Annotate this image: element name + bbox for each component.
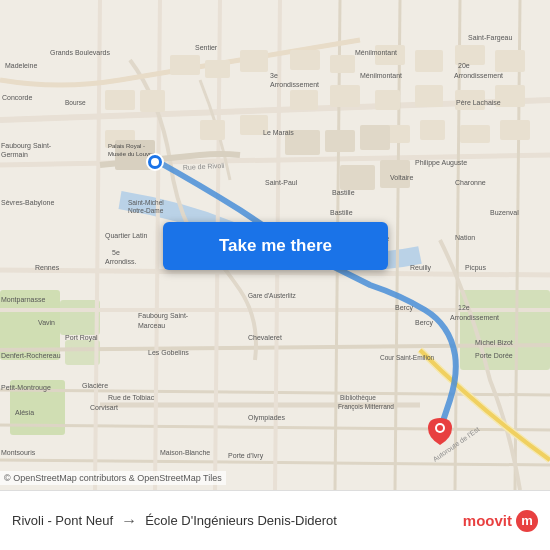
svg-text:Chevaleret: Chevaleret <box>248 334 282 341</box>
svg-text:5e: 5e <box>112 249 120 256</box>
svg-text:Alésia: Alésia <box>15 409 34 416</box>
svg-rect-32 <box>140 90 165 112</box>
svg-text:Quartier Latin: Quartier Latin <box>105 232 148 240</box>
from-station-label: Rivoli - Pont Neuf <box>12 513 113 528</box>
svg-rect-26 <box>330 55 355 73</box>
svg-rect-35 <box>375 90 400 110</box>
svg-text:Madeleine: Madeleine <box>5 62 37 69</box>
svg-text:Reuilly: Reuilly <box>410 264 432 272</box>
svg-rect-43 <box>420 120 445 140</box>
svg-rect-36 <box>415 85 443 107</box>
svg-text:Charonne: Charonne <box>455 179 486 186</box>
svg-text:Rennes: Rennes <box>35 264 60 271</box>
svg-text:Gare d'Austerlitz: Gare d'Austerlitz <box>248 292 297 299</box>
svg-rect-28 <box>415 50 443 72</box>
svg-text:Denfert-Rochereau: Denfert-Rochereau <box>1 352 61 359</box>
svg-text:12e: 12e <box>458 304 470 311</box>
svg-text:20e: 20e <box>458 62 470 69</box>
take-me-there-button[interactable]: Take me there <box>163 222 388 270</box>
svg-text:Sentier: Sentier <box>195 44 218 51</box>
svg-line-21 <box>515 0 520 490</box>
svg-rect-23 <box>205 60 230 78</box>
svg-rect-30 <box>495 50 525 72</box>
svg-rect-31 <box>105 90 135 110</box>
svg-rect-40 <box>200 120 225 140</box>
svg-text:Bercy: Bercy <box>395 304 413 312</box>
svg-text:Petit-Montrouge: Petit-Montrouge <box>1 384 51 392</box>
svg-text:Saint-Michel: Saint-Michel <box>128 199 164 206</box>
take-me-there-label: Take me there <box>219 236 332 256</box>
svg-text:Saint-Fargeau: Saint-Fargeau <box>468 34 512 42</box>
bottom-bar: Rivoli - Pont Neuf → École D'Ingénieurs … <box>0 490 550 550</box>
svg-text:Picpus: Picpus <box>465 264 487 272</box>
svg-line-6 <box>0 155 550 165</box>
svg-rect-44 <box>460 125 490 143</box>
map-container: Madeleine Grands Boulevards Sentier Méni… <box>0 0 550 490</box>
svg-text:Faubourg Saint-: Faubourg Saint- <box>138 312 189 320</box>
svg-text:Musée du Louvre: Musée du Louvre <box>108 151 155 157</box>
svg-text:Buzenval: Buzenval <box>490 209 519 216</box>
svg-text:Grands Boulevards: Grands Boulevards <box>50 49 110 56</box>
svg-text:Bercy: Bercy <box>415 319 433 327</box>
svg-rect-33 <box>290 90 318 110</box>
svg-text:Bastille: Bastille <box>330 209 353 216</box>
svg-rect-49 <box>340 165 375 190</box>
svg-text:Nation: Nation <box>455 234 475 241</box>
svg-text:Marceau: Marceau <box>138 322 165 329</box>
svg-point-120 <box>151 158 159 166</box>
arrow-icon: → <box>121 512 137 530</box>
svg-text:Concorde: Concorde <box>2 94 32 101</box>
to-station-label: École D'Ingénieurs Denis-Diderot <box>145 513 337 528</box>
svg-text:Glacière: Glacière <box>82 382 108 389</box>
svg-rect-25 <box>290 50 320 70</box>
svg-text:Notre-Dame: Notre-Dame <box>128 207 164 214</box>
svg-text:Bastille: Bastille <box>332 189 355 196</box>
svg-text:Porte d'Ivry: Porte d'Ivry <box>228 452 264 460</box>
svg-text:Arrondissement: Arrondissement <box>270 81 319 88</box>
svg-point-123 <box>437 425 443 431</box>
moovit-logo: moovit m <box>463 510 538 532</box>
svg-text:Maison-Blanche: Maison-Blanche <box>160 449 210 456</box>
svg-text:Le Marais: Le Marais <box>263 129 294 136</box>
svg-text:Germain: Germain <box>1 151 28 158</box>
svg-text:Sèvres-Babylone: Sèvres-Babylone <box>1 199 54 207</box>
svg-text:Saint-Paul: Saint-Paul <box>265 179 298 186</box>
svg-text:Vavin: Vavin <box>38 319 55 326</box>
svg-rect-47 <box>325 130 355 152</box>
svg-rect-48 <box>360 125 390 150</box>
svg-text:Arrondissement: Arrondissement <box>450 314 499 321</box>
svg-text:Voltaire: Voltaire <box>390 174 413 181</box>
svg-rect-45 <box>500 120 530 140</box>
svg-text:Philippe Auguste: Philippe Auguste <box>415 159 467 167</box>
svg-rect-22 <box>170 55 200 75</box>
svg-line-14 <box>95 0 100 490</box>
svg-text:Porte Dorée: Porte Dorée <box>475 352 513 359</box>
svg-rect-2 <box>60 300 100 335</box>
svg-text:Père Lachaise: Père Lachaise <box>456 99 501 106</box>
osm-attribution: © OpenStreetMap contributors & OpenStree… <box>0 471 226 485</box>
svg-text:Arrondissement: Arrondissement <box>454 72 503 79</box>
svg-text:Bibliothèque: Bibliothèque <box>340 394 376 402</box>
svg-text:Cour Saint-Emilion: Cour Saint-Emilion <box>380 354 435 361</box>
svg-text:Les Gobelins: Les Gobelins <box>148 349 189 356</box>
svg-rect-34 <box>330 85 360 107</box>
svg-text:François Mitterrand: François Mitterrand <box>338 403 394 411</box>
svg-text:Rue de Tolbiac: Rue de Tolbiac <box>108 394 155 401</box>
svg-text:Arrondiss.: Arrondiss. <box>105 258 137 265</box>
svg-rect-24 <box>240 50 268 72</box>
svg-text:Montsouris: Montsouris <box>1 449 36 456</box>
svg-text:Palais Royal -: Palais Royal - <box>108 143 145 149</box>
svg-text:Bourse: Bourse <box>65 99 86 106</box>
svg-text:Ménilmontant: Ménilmontant <box>355 49 397 56</box>
svg-text:Faubourg Saint-: Faubourg Saint- <box>1 142 52 150</box>
svg-text:Corvisart: Corvisart <box>90 404 118 411</box>
svg-text:Olympiades: Olympiades <box>248 414 285 422</box>
moovit-brand-text: moovit <box>463 512 512 529</box>
svg-text:3e: 3e <box>270 72 278 79</box>
svg-text:Port Royal: Port Royal <box>65 334 98 342</box>
svg-text:Ménilmontant: Ménilmontant <box>360 72 402 79</box>
svg-text:Michel Bizot: Michel Bizot <box>475 339 513 346</box>
moovit-logo-icon: m <box>516 510 538 532</box>
svg-text:Montparnasse: Montparnasse <box>1 296 45 304</box>
